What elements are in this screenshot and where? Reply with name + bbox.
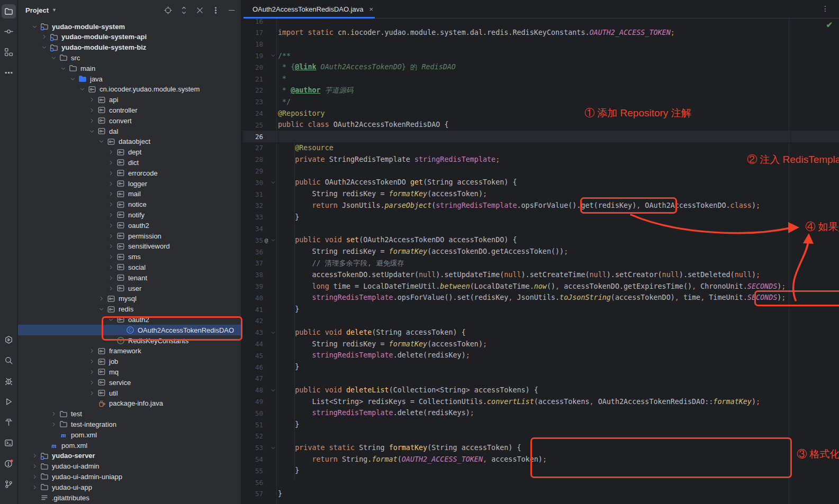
tree-item-package-info-java[interactable]: package-info.java bbox=[18, 398, 241, 409]
tree-item-yudao-server[interactable]: yudao-server bbox=[18, 451, 241, 461]
fold-arrow-icon[interactable] bbox=[269, 53, 276, 58]
chevron-collapsed-icon[interactable] bbox=[88, 96, 95, 104]
code-line-43[interactable]: 43 public void delete(String accessToken… bbox=[243, 327, 839, 338]
chevron-collapsed-icon[interactable] bbox=[31, 452, 38, 460]
chevron-collapsed-icon[interactable] bbox=[107, 232, 114, 240]
code-line-48[interactable]: 48 public void deleteList(Collection<Str… bbox=[243, 384, 839, 396]
tree-item-service[interactable]: service bbox=[18, 377, 241, 388]
chevron-collapsed-icon[interactable] bbox=[107, 180, 114, 187]
tab-close-icon[interactable]: × bbox=[369, 5, 374, 13]
tree-item-mail[interactable]: mail bbox=[18, 189, 241, 199]
tree-item-test-integration[interactable]: test-integration bbox=[18, 419, 241, 429]
tree-item-errorcode[interactable]: errorcode bbox=[18, 168, 241, 178]
code-line-54[interactable]: 54 return String.format(OAUTH2_ACCESS_TO… bbox=[243, 454, 839, 465]
chevron-collapsed-icon[interactable] bbox=[88, 117, 95, 124]
tree-item-framework[interactable]: framework bbox=[18, 346, 241, 356]
code-line-35[interactable]: 35@ public void set(OAuth2AccessTokenDO … bbox=[243, 234, 839, 246]
code-line-19[interactable]: 19/** bbox=[243, 50, 839, 62]
more-vertical-icon[interactable] bbox=[210, 5, 221, 15]
unfold-icon[interactable] bbox=[178, 5, 189, 15]
chevron-collapsed-icon[interactable] bbox=[50, 420, 57, 428]
code-viewport[interactable]: 1617import static cn.iocoder.yudao.modul… bbox=[243, 0, 839, 504]
tree-item-sensitiveword[interactable]: sensitiveword bbox=[18, 241, 241, 252]
tree-item-dataobject[interactable]: dataobject bbox=[18, 136, 241, 147]
code-line-25[interactable]: 25public class OAuth2AccessTokenRedisDAO… bbox=[243, 119, 839, 131]
chevron-collapsed-icon[interactable] bbox=[40, 33, 48, 41]
build-icon[interactable] bbox=[2, 415, 16, 429]
run-icon[interactable] bbox=[2, 395, 16, 409]
code-line-27[interactable]: 27 @Resource bbox=[243, 142, 839, 154]
code-line-21[interactable]: 21 * bbox=[243, 73, 839, 85]
tree-item--gitattributes[interactable]: .gitattributes bbox=[18, 492, 241, 503]
chevron-collapsed-icon[interactable] bbox=[88, 358, 95, 365]
tree-item-social[interactable]: social bbox=[18, 262, 241, 272]
code-line-53[interactable]: 53 private static String formatKey(Strin… bbox=[243, 442, 839, 454]
code-line-50[interactable]: 50 stringRedisTemplate.delete(redisKeys)… bbox=[243, 407, 839, 419]
chevron-collapsed-icon[interactable] bbox=[107, 169, 114, 177]
chevron-collapsed-icon[interactable] bbox=[50, 410, 57, 418]
fold-arrow-icon[interactable] bbox=[269, 445, 276, 451]
chevron-collapsed-icon[interactable] bbox=[107, 274, 114, 281]
project-panel-title[interactable]: Project bbox=[25, 6, 49, 14]
tree-item-yudao-module-system-api[interactable]: yudao-module-system-api bbox=[18, 32, 241, 42]
code-line-24[interactable]: 24@Repository bbox=[243, 108, 839, 120]
code-line-28[interactable]: 28 private StringRedisTemplate stringRed… bbox=[243, 154, 839, 166]
chevron-collapsed-icon[interactable] bbox=[88, 106, 95, 114]
code-line-30[interactable]: 30 public OAuth2AccessTokenDO get(String… bbox=[243, 177, 839, 188]
tree-item-permission[interactable]: permission bbox=[18, 231, 241, 241]
tree-item-convert[interactable]: convert bbox=[18, 115, 241, 126]
tree-item-test[interactable]: test bbox=[18, 409, 241, 419]
more-horizontal-icon[interactable] bbox=[2, 66, 16, 80]
tree-item-yudao-module-system[interactable]: yudao-module-system bbox=[18, 21, 241, 32]
fold-arrow-icon[interactable] bbox=[269, 180, 276, 185]
code-line-41[interactable]: 41 } bbox=[243, 304, 839, 315]
tree-item-sms[interactable]: sms bbox=[18, 252, 241, 262]
tree-item-logger[interactable]: logger bbox=[18, 178, 241, 189]
code-line-22[interactable]: 22 * @author 芋道源码 bbox=[243, 85, 839, 96]
tree-item-dict[interactable]: dict bbox=[18, 157, 241, 168]
code-line-52[interactable]: 52 bbox=[243, 430, 839, 442]
tree-item-dal[interactable]: dal bbox=[18, 126, 241, 136]
tree-item-user[interactable]: user bbox=[18, 283, 241, 294]
chevron-collapsed-icon[interactable] bbox=[88, 347, 95, 355]
editor-tab[interactable]: OAuth2AccessTokenRedisDAO.java × bbox=[243, 0, 380, 19]
chevron-collapsed-icon[interactable] bbox=[107, 159, 114, 166]
git-branch-icon[interactable] bbox=[2, 477, 16, 491]
code-line-40[interactable]: 40 stringRedisTemplate.opsForValue().set… bbox=[243, 292, 839, 304]
tree-item-yudao-ui-admin-uniapp[interactable]: yudao-ui-admin-uniapp bbox=[18, 471, 241, 482]
chevron-collapsed-icon[interactable] bbox=[107, 263, 114, 271]
fold-arrow-icon[interactable] bbox=[269, 330, 276, 335]
fold-arrow-icon[interactable] bbox=[269, 237, 276, 243]
chevron-expanded-icon[interactable] bbox=[88, 127, 95, 135]
tree-item-oauth2[interactable]: oauth2 bbox=[18, 314, 241, 325]
tree-item-rediskeyconstants[interactable]: IRedisKeyConstants bbox=[18, 335, 241, 346]
chevron-collapsed-icon[interactable] bbox=[97, 295, 105, 303]
code-line-33[interactable]: 33 } bbox=[243, 212, 839, 223]
code-line-32[interactable]: 32 return JsonUtils.parseObject(stringRe… bbox=[243, 200, 839, 212]
inspection-ok-icon[interactable]: ✔ bbox=[826, 20, 833, 30]
chevron-collapsed-icon[interactable] bbox=[107, 201, 114, 208]
tree-item-yudao-ui-app[interactable]: yudao-ui-app bbox=[18, 482, 241, 492]
code-line-55[interactable]: 55 } bbox=[243, 465, 839, 476]
tree-item-api[interactable]: api bbox=[18, 95, 241, 105]
code-line-38[interactable]: 38 accessTokenDO.setUpdater(null).setUpd… bbox=[243, 269, 839, 281]
tree-item-pom-xml[interactable]: mpom.xml bbox=[18, 429, 241, 440]
chevron-expanded-icon[interactable] bbox=[50, 54, 57, 61]
code-line-44[interactable]: 44 String redisKey = formatKey(accessTok… bbox=[243, 338, 839, 350]
terminal-icon[interactable] bbox=[2, 436, 16, 450]
fold-arrow-icon[interactable] bbox=[269, 388, 276, 393]
tree-item-mq[interactable]: mq bbox=[18, 366, 241, 377]
collapse-all-icon[interactable] bbox=[194, 5, 205, 15]
tree-item-src[interactable]: src bbox=[18, 52, 241, 63]
project-folder-icon[interactable] bbox=[2, 4, 16, 19]
code-line-45[interactable]: 45 stringRedisTemplate.delete(redisKey); bbox=[243, 350, 839, 361]
chevron-collapsed-icon[interactable] bbox=[107, 253, 114, 261]
chevron-expanded-icon[interactable] bbox=[40, 44, 48, 51]
services-icon[interactable] bbox=[2, 333, 16, 347]
chevron-collapsed-icon[interactable] bbox=[31, 473, 38, 480]
chevron-collapsed-icon[interactable] bbox=[31, 483, 38, 491]
chevron-expanded-icon[interactable] bbox=[107, 316, 114, 323]
code-line-18[interactable]: 18 bbox=[243, 39, 839, 50]
code-line-23[interactable]: 23 */ bbox=[243, 96, 839, 108]
chevron-collapsed-icon[interactable] bbox=[107, 149, 114, 156]
